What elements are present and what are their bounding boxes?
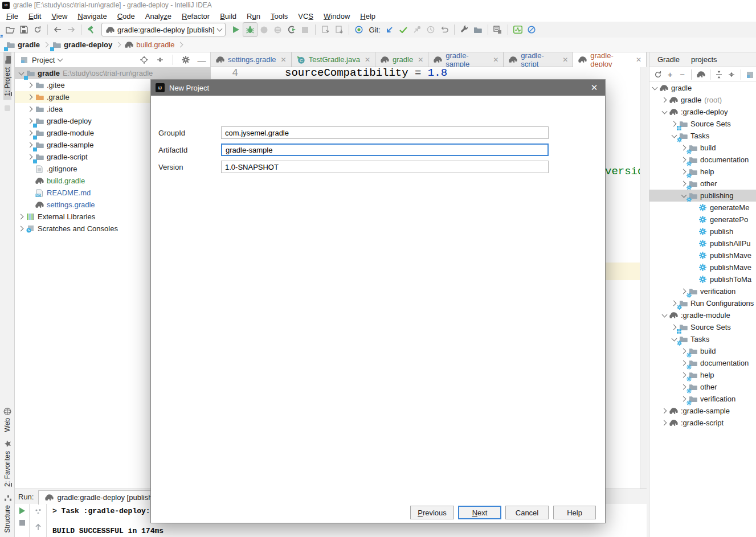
minus-button[interactable]: − xyxy=(676,68,688,81)
close-icon[interactable]: ✕ xyxy=(281,56,287,63)
prohibit-button[interactable] xyxy=(525,23,538,36)
coverage-circle-button[interactable] xyxy=(258,23,271,36)
gradle-button[interactable] xyxy=(694,68,706,81)
close-icon[interactable]: ✕ xyxy=(365,56,370,63)
project-panel-title[interactable]: Project xyxy=(32,56,55,64)
tree-item-gradle[interactable]: gradle(root) xyxy=(649,94,756,106)
tree-item-build[interactable]: build xyxy=(649,142,756,154)
tab-gradle[interactable]: Gradle xyxy=(657,55,680,64)
stop-dim-button[interactable] xyxy=(299,23,312,36)
hide-panel-button[interactable]: — xyxy=(195,54,208,66)
breadcrumb-item[interactable]: gradle xyxy=(6,40,40,50)
tree-item-verification[interactable]: verification xyxy=(649,285,756,297)
plus-button[interactable]: + xyxy=(664,68,676,81)
toolwindow-tab--favorites[interactable]: 2: Favorites xyxy=(3,436,11,491)
toolwindow-tab-web[interactable]: Web xyxy=(3,403,11,436)
locate-button[interactable] xyxy=(138,54,150,66)
debug-button[interactable] xyxy=(243,22,258,37)
editor-tab-gradle[interactable]: gradle✕ xyxy=(375,52,428,67)
toolwindow-tab--project[interactable]: 1: Project xyxy=(3,52,11,100)
tree-item-generatepo[interactable]: generatePo xyxy=(649,214,756,226)
back-button[interactable] xyxy=(51,23,64,36)
editor-scrollbar[interactable] xyxy=(640,67,647,489)
wrench-button[interactable] xyxy=(457,23,471,36)
menu-refactor[interactable]: Refactor xyxy=(177,10,215,22)
next-button[interactable]: Next xyxy=(458,506,501,519)
tree-item-gradle[interactable]: gradle xyxy=(649,82,756,94)
collapse-all-button[interactable] xyxy=(154,54,166,66)
chevron-down-icon[interactable] xyxy=(651,82,659,94)
chevron-down-icon[interactable] xyxy=(660,309,669,321)
sync-button[interactable] xyxy=(31,23,44,36)
editor-tab-gradle-script[interactable]: gradle-script✕ xyxy=(504,52,573,67)
tree-item-run-configurations[interactable]: Run Configurations xyxy=(649,297,756,309)
breadcrumb-item[interactable]: gradle-deploy xyxy=(52,40,112,50)
tab-projects[interactable]: projects xyxy=(691,55,717,64)
tree-item-other[interactable]: other xyxy=(649,178,756,190)
tree-item-publishallpu[interactable]: publishAllPu xyxy=(649,237,756,249)
chevron-down-icon[interactable] xyxy=(58,56,63,62)
chevron-right-icon[interactable] xyxy=(660,94,669,106)
expand-all-button[interactable] xyxy=(713,68,725,81)
save-button[interactable] xyxy=(17,23,31,36)
settings-cut-button[interactable] xyxy=(744,68,756,81)
options-dots-icon[interactable] xyxy=(34,507,43,516)
chevron-right-icon[interactable] xyxy=(17,223,26,235)
open-button[interactable] xyxy=(3,23,17,36)
chevron-right-icon[interactable] xyxy=(17,211,26,223)
sync-settings-button[interactable] xyxy=(491,23,505,36)
tree-item-publishtoma[interactable]: publishToMa xyxy=(649,273,756,285)
toolwindow-tab-structure[interactable]: Structure xyxy=(3,490,11,537)
run-config-tab[interactable]: gradle:gradle-deploy [publish] xyxy=(38,490,161,505)
editor-tab-testgradle-java[interactable]: CTestGradle.java✕ xyxy=(292,52,375,67)
collapse-all-button[interactable] xyxy=(725,68,737,81)
updates-button[interactable] xyxy=(352,23,366,36)
tree-item-other[interactable]: other xyxy=(649,381,756,393)
help-button[interactable]: Help xyxy=(553,506,596,519)
sync-button[interactable] xyxy=(652,68,664,81)
chevron-right-icon[interactable] xyxy=(660,417,669,429)
git-rollback-button[interactable] xyxy=(438,23,451,36)
editor-tab-settings-gradle[interactable]: settings.gradle✕ xyxy=(211,52,292,67)
gear-icon[interactable] xyxy=(179,54,192,66)
menu-run[interactable]: Run xyxy=(242,10,265,22)
run-button[interactable] xyxy=(229,23,243,36)
hammer-button[interactable] xyxy=(84,23,98,36)
menu-code[interactable]: Code xyxy=(112,10,140,22)
close-icon[interactable]: ✕ xyxy=(636,56,641,63)
menu-tools[interactable]: Tools xyxy=(265,10,293,22)
menu-vcs[interactable]: VCS xyxy=(293,10,318,22)
close-icon[interactable]: ✕ xyxy=(418,56,423,63)
menu-window[interactable]: Window xyxy=(318,10,355,22)
tree-item-source-sets[interactable]: Source Sets xyxy=(649,118,756,130)
run-coverage-button[interactable] xyxy=(285,23,299,36)
git-merge-button[interactable] xyxy=(410,23,424,36)
chevron-right-icon[interactable] xyxy=(660,405,669,417)
project-structure-button[interactable] xyxy=(471,23,485,36)
up-arrow-icon[interactable] xyxy=(34,522,43,531)
toolwindow-tab-stub[interactable] xyxy=(3,100,11,116)
tree-item-verification[interactable]: verification xyxy=(649,393,756,405)
tree-item-documentation[interactable]: documentation xyxy=(649,154,756,166)
tree-item-publishmave[interactable]: publishMave xyxy=(649,261,756,273)
tree-item-source-sets[interactable]: Source Sets xyxy=(649,321,756,333)
tree-item-publishing[interactable]: publishing xyxy=(649,190,756,202)
rerun-button[interactable] xyxy=(19,507,25,514)
editor-tab-gradle-sample[interactable]: gradle-sample✕ xyxy=(428,52,504,67)
profiler-circle-button[interactable] xyxy=(271,23,285,36)
cancel-button[interactable]: Cancel xyxy=(505,506,549,519)
close-icon[interactable]: ✕ xyxy=(493,56,498,63)
breadcrumb-item[interactable]: build.gradle xyxy=(124,40,174,50)
menu-edit[interactable]: Edit xyxy=(23,10,46,22)
tree-item-tasks[interactable]: Tasks xyxy=(649,333,756,345)
tree-item--gradle-script[interactable]: :gradle-script xyxy=(649,417,756,429)
dialog-titlebar[interactable]: IJ New Project ✕ xyxy=(151,80,605,96)
menu-build[interactable]: Build xyxy=(215,10,242,22)
git-commit-button[interactable] xyxy=(397,23,410,36)
tool2-button[interactable] xyxy=(332,23,346,36)
chevron-down-icon[interactable] xyxy=(660,106,669,118)
stop-button[interactable] xyxy=(19,520,25,526)
menu-help[interactable]: Help xyxy=(355,10,381,22)
artifactid-field[interactable] xyxy=(221,144,549,156)
close-icon[interactable]: ✕ xyxy=(562,56,568,63)
